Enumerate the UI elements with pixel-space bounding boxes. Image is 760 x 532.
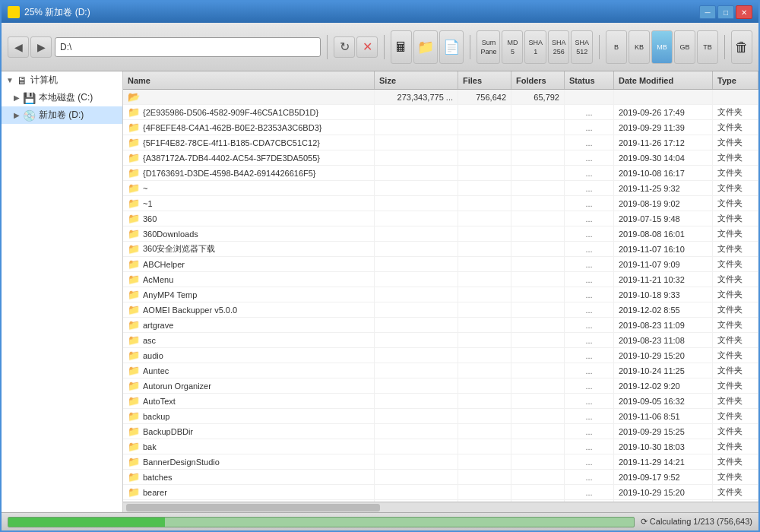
cell-files xyxy=(458,181,511,195)
unit-b-label: B xyxy=(614,43,619,51)
minimize-button[interactable]: ─ xyxy=(699,5,716,19)
sha1-button[interactable]: SHA1 xyxy=(524,30,546,64)
cell-date: 2019-10-24 11:25 xyxy=(614,363,713,378)
folder-button[interactable]: 📁 xyxy=(413,30,438,64)
md5-button[interactable]: MD5 xyxy=(502,30,523,64)
table-row[interactable]: 📁 batches ... 2019-09-17 9:52 文件夹 xyxy=(123,470,758,485)
local-c-icon: 💾 xyxy=(23,92,36,104)
cell-status: ... xyxy=(565,211,614,226)
sidebar-item-new-d[interactable]: ▶ 💿 新加卷 (D:) xyxy=(2,106,122,124)
table-row[interactable]: 📁 360安全浏览器下载 ... 2019-11-07 16:10 文件夹 xyxy=(123,242,758,257)
folder-icon: 📁 xyxy=(128,426,140,437)
table-row[interactable]: 📁 AcMenu ... 2019-11-21 10:32 文件夹 xyxy=(123,272,758,287)
col-header-status[interactable]: Status xyxy=(565,71,614,89)
close-button[interactable]: ✕ xyxy=(736,5,752,19)
cancel-button[interactable]: ✕ xyxy=(356,36,378,58)
cell-date: 2019-09-05 16:32 xyxy=(614,394,713,408)
table-row[interactable]: 📁 audio ... 2019-10-29 15:20 文件夹 xyxy=(123,348,758,363)
cell-name: 📁 AutoText xyxy=(123,394,375,408)
unit-tb-button[interactable]: TB xyxy=(697,30,718,64)
unit-kb-button[interactable]: KB xyxy=(629,30,650,64)
table-row[interactable]: 📁 backup ... 2019-11-06 8:51 文件夹 xyxy=(123,409,758,424)
unit-b-button[interactable]: B xyxy=(606,30,627,64)
trash-button[interactable]: 🗑 xyxy=(731,30,752,64)
file-date: 2019-11-25 9:32 xyxy=(619,184,680,193)
maximize-button[interactable]: □ xyxy=(717,5,734,19)
col-status-label: Status xyxy=(569,76,595,85)
cell-files xyxy=(458,135,511,150)
main-content: ▼ 🖥 计算机 ▶ 💾 本地磁盘 (C:) ▶ 💿 新加卷 (D:) Name xyxy=(2,71,758,512)
address-input[interactable] xyxy=(55,37,321,57)
cell-folders xyxy=(511,470,565,484)
cell-files xyxy=(458,105,511,119)
back-button[interactable]: ◀ xyxy=(8,36,29,58)
status-dots: ... xyxy=(585,366,592,375)
forward-button[interactable]: ▶ xyxy=(30,36,52,58)
table-row[interactable]: 📁 Auntec ... 2019-10-24 11:25 文件夹 xyxy=(123,363,758,378)
table-row[interactable]: 📁 BannerDesignStudio ... 2019-11-29 14:2… xyxy=(123,454,758,470)
col-header-type[interactable]: Type xyxy=(713,71,758,89)
sidebar-item-local-c[interactable]: ▶ 💾 本地磁盘 (C:) xyxy=(2,89,122,106)
file-name: 360Downloads xyxy=(143,230,198,239)
sidebar-item-computer[interactable]: ▼ 🖥 计算机 xyxy=(2,71,122,89)
sha512-button[interactable]: SHA512 xyxy=(571,30,593,64)
col-header-date[interactable]: Date Modified xyxy=(614,71,713,89)
calc-icon: 🖩 xyxy=(394,40,408,54)
cell-files xyxy=(458,242,511,256)
address-bar-container xyxy=(55,37,321,57)
table-row[interactable]: 📁 BackupDBDir ... 2019-09-29 15:25 文件夹 xyxy=(123,424,758,439)
table-row[interactable]: 📁 AutoText ... 2019-09-05 16:32 文件夹 xyxy=(123,394,758,409)
table-row[interactable]: 📁 360 ... 2019-07-15 9:48 文件夹 xyxy=(123,211,758,226)
cell-folders xyxy=(511,439,565,454)
table-row[interactable]: 📁 {D1763691-D3DE-4598-B4A2-6914426616F5}… xyxy=(123,166,758,181)
table-row[interactable]: 📁 ~1 ... 2019-08-19 9:02 文件夹 xyxy=(123,196,758,211)
cell-date: 2019-09-29 11:39 xyxy=(614,120,713,135)
cell-type: 文件夹 xyxy=(713,226,758,241)
table-row[interactable]: 📁 AnyMP4 Temp ... 2019-10-18 9:33 文件夹 xyxy=(123,287,758,302)
table-row[interactable]: 📂 273,343,775 ... 756,642 65,792 xyxy=(123,90,758,105)
cell-status-0 xyxy=(565,90,614,104)
cell-status: ... xyxy=(565,105,614,119)
table-row[interactable]: 📁 {4F8EFE48-C4A1-462B-B0E2-B2353A3C6BD3}… xyxy=(123,120,758,135)
file-type: 文件夹 xyxy=(717,182,743,194)
unit-tb-label: TB xyxy=(703,43,712,51)
sum-pane-button[interactable]: SumPane xyxy=(477,30,500,64)
sha256-button[interactable]: SHA256 xyxy=(548,30,570,64)
table-row[interactable]: 📁 360Downloads ... 2019-08-08 16:01 文件夹 xyxy=(123,226,758,242)
table-row[interactable]: 📁 artgrave ... 2019-08-23 11:09 文件夹 xyxy=(123,318,758,333)
cell-size xyxy=(375,287,458,302)
col-files-label: Files xyxy=(463,76,482,85)
cell-name: 📁 ~ xyxy=(123,181,375,195)
file-date: 2019-10-08 16:17 xyxy=(619,169,685,178)
table-row[interactable]: 📁 {5F1F4E82-78CE-4f11-B185-CDA7CBC51C12}… xyxy=(123,135,758,150)
horizontal-scrollbar[interactable] xyxy=(123,502,758,512)
unit-gb-button[interactable]: GB xyxy=(674,30,695,64)
cell-type: 文件夹 xyxy=(713,394,758,408)
table-row[interactable]: 📁 Autorun Organizer ... 2019-12-02 9:20 … xyxy=(123,378,758,394)
table-row[interactable]: 📁 {A387172A-7DB4-4402-AC54-3F7DE3DA5055}… xyxy=(123,150,758,166)
table-row[interactable]: 📁 bak ... 2019-10-30 18:03 文件夹 xyxy=(123,439,758,454)
cell-type: 文件夹 xyxy=(713,470,758,484)
cell-folders xyxy=(511,272,565,287)
file-button[interactable]: 📄 xyxy=(439,30,464,64)
col-header-name[interactable]: Name xyxy=(123,71,375,89)
table-row[interactable]: 📁 bearer ... 2019-10-29 15:20 文件夹 xyxy=(123,485,758,500)
col-header-size[interactable]: Size xyxy=(375,71,458,89)
col-header-folders[interactable]: Folders xyxy=(511,71,565,89)
title-bar: 25% 新加卷 (D:) ─ □ ✕ xyxy=(2,2,758,23)
table-row[interactable]: 📁 ~ ... 2019-11-25 9:32 文件夹 xyxy=(123,181,758,196)
col-header-files[interactable]: Files xyxy=(458,71,511,89)
table-row[interactable]: 📁 ABCHelper ... 2019-11-07 9:09 文件夹 xyxy=(123,257,758,272)
file-date: 2019-10-24 11:25 xyxy=(619,366,685,375)
unit-mb-button[interactable]: MB xyxy=(651,30,673,64)
table-row[interactable]: 📁 AOMEI Backupper v5.0.0 ... 2019-12-02 … xyxy=(123,302,758,318)
table-row[interactable]: 📁 asc ... 2019-08-23 11:08 文件夹 xyxy=(123,333,758,348)
folder-icon: 📁 xyxy=(128,334,140,346)
folder-icon: 📁 xyxy=(128,395,140,407)
file-date: 2019-11-06 8:51 xyxy=(619,412,680,421)
calc-button[interactable]: 🖩 xyxy=(391,30,412,64)
status-bar: ⟳ Calculating 1/213 (756,643) xyxy=(2,512,758,530)
table-row[interactable]: 📁 {2E935986-D506-4582-909F-46C5A1CB5D1D}… xyxy=(123,105,758,120)
cell-files xyxy=(458,424,511,439)
refresh-button[interactable]: ↻ xyxy=(334,36,355,58)
